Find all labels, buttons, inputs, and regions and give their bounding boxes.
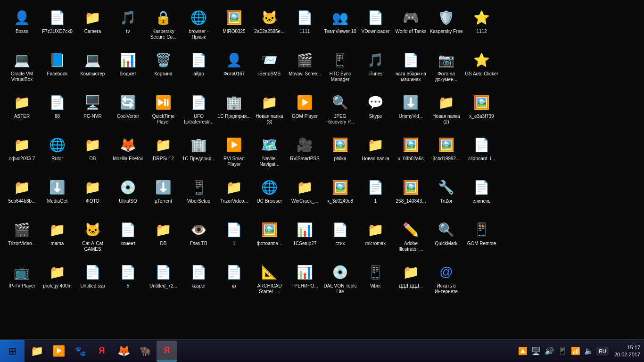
- desktop-icon-fotoappar[interactable]: 🖼️фотоаппа...: [252, 218, 287, 261]
- desktop-icon-cat-a-cat[interactable]: 🐱Cat-A-Cat GAMES: [75, 218, 110, 261]
- tray-speaker-icon[interactable]: 🔊: [544, 346, 555, 356]
- desktop-icon-pc-nvr[interactable]: 🖥️PC-NVR: [75, 91, 110, 133]
- desktop-icon-mediaget[interactable]: ⬇️MediaGet: [40, 176, 75, 218]
- desktop-icon-gom-remote[interactable]: 📱GOM Remote: [464, 218, 499, 261]
- desktop-icon-vdownloader[interactable]: 📄VDownloader: [358, 6, 393, 49]
- desktop-icon-tv[interactable]: 🎵tv: [110, 6, 146, 49]
- tray-viber-icon[interactable]: 📱: [557, 346, 568, 356]
- desktop-icon-elinyen[interactable]: 📄елинень: [464, 176, 499, 218]
- clock[interactable]: 15:17 20.02.2017: [611, 344, 640, 358]
- desktop-icon-untitled-ssp[interactable]: 📄Untitled.ssp: [75, 261, 110, 303]
- desktop-icon-adobe-ill[interactable]: ✏️Adobe Illustrator ...: [393, 218, 429, 261]
- desktop-icon-htc-sync[interactable]: 📱HTC Sync Manager: [322, 49, 358, 91]
- tray-volume-icon[interactable]: 🔈: [583, 346, 594, 356]
- desktop-icon-uc-browser[interactable]: 🌐UC Browser: [252, 176, 287, 218]
- desktop-icon-untitled72[interactable]: 📄Untitled_72...: [146, 261, 181, 303]
- desktop-icon-world-of-tanks[interactable]: 🎮World of Tanks: [393, 6, 429, 49]
- desktop-icon-iptv[interactable]: 📺IP-TV Player: [4, 261, 40, 303]
- desktop-icon-philka[interactable]: 🖼️philka: [322, 133, 358, 176]
- desktop-icon-budget[interactable]: 📊бюджет: [110, 49, 146, 91]
- desktop-icon-258_14084[interactable]: 🖼️258_140843...: [393, 176, 429, 218]
- desktop-icon-1c-pred2[interactable]: 🏢1С Предприя...: [216, 91, 252, 133]
- desktop-icon-quicktime[interactable]: ⏯️QuickTime Player: [146, 91, 181, 133]
- desktop-icon-kasper[interactable]: 📄kasper: [181, 261, 216, 303]
- desktop-icon-ummyvid[interactable]: ⬇️UmmyVid...: [393, 91, 429, 133]
- desktop-icon-coolverter[interactable]: 🔄CoolVerter: [110, 91, 146, 133]
- taskbar-yandex2[interactable]: Я: [157, 341, 177, 362]
- desktop-icon-viber[interactable]: 📱Viber: [358, 261, 393, 303]
- desktop-icon-88[interactable]: 📄88: [40, 91, 75, 133]
- desktop-icon-ip-doc[interactable]: 📄ip: [216, 261, 252, 303]
- desktop-icon-ddd[interactable]: 📁ДДД ДДД...: [393, 261, 429, 303]
- desktop-icon-gs-auto[interactable]: ⭐GS Auto Clicker: [464, 49, 499, 91]
- desktop-icon-foto-na-dok[interactable]: 📷Фото на докумен...: [429, 49, 464, 91]
- desktop-icon-skype[interactable]: 💬Skype: [358, 91, 393, 133]
- desktop-icon-gom-player[interactable]: ▶️GOM Player: [287, 91, 322, 133]
- taskbar-uc[interactable]: 🦬: [135, 341, 156, 362]
- desktop-icon-vibersetup[interactable]: 📱ViberSetup: [181, 176, 216, 218]
- desktop-icon-camera[interactable]: 📁Camera: [75, 6, 110, 49]
- desktop-icon-itunes[interactable]: 🎵iTunes: [358, 49, 393, 91]
- desktop-icon-archicad[interactable]: 📐ARCHICAD Starter -...: [252, 261, 287, 303]
- taskbar-explorer[interactable]: 📁: [26, 341, 47, 362]
- desktop-icon-trizor[interactable]: 🔧TriZor: [429, 176, 464, 218]
- tray-network-icon[interactable]: 🖥️: [530, 346, 542, 356]
- desktop-icon-trening[interactable]: 📊ТРЕНИРО...: [287, 261, 322, 303]
- desktop-icon-daemon[interactable]: 💿DAEMON Tools Lite: [322, 261, 358, 303]
- taskbar-yandex[interactable]: Я: [91, 341, 112, 362]
- desktop-icon-glaz-tb[interactable]: 👁️Глаз.ТВ: [181, 218, 216, 261]
- desktop-icon-utorrent[interactable]: ⬇️µTorrent: [146, 176, 181, 218]
- desktop-icon-f7z3[interactable]: 📄F7z3UXD7ck0: [40, 6, 75, 49]
- desktop-icon-novaya-papka[interactable]: 📁Новая папка: [358, 133, 393, 176]
- desktop-icon-rvi-smart[interactable]: ▶️RVi Smart Player: [216, 133, 252, 176]
- desktop-icon-aydo[interactable]: 📄айдо: [181, 49, 216, 91]
- desktop-icon-browser-yarl[interactable]: 🌐browser - Ярлык: [181, 6, 216, 49]
- desktop-icon-ufo[interactable]: 📄UFO Extraterrestr...: [181, 91, 216, 133]
- desktop-icon-klient[interactable]: 📄клиент: [110, 218, 146, 261]
- desktop-icon-novaya3[interactable]: 📁Новая папка (3): [252, 91, 287, 133]
- desktop-icon-db2[interactable]: 📁DB: [146, 218, 181, 261]
- desktop-icon-1111[interactable]: 📄1111: [287, 6, 322, 49]
- desktop-icon-aster[interactable]: 📁ASTER: [4, 91, 40, 133]
- taskbar-firefox[interactable]: 🦊: [113, 341, 134, 362]
- desktop-icon-iskat[interactable]: @Искать в Интернете: [429, 261, 464, 303]
- desktop-icon-foto0167[interactable]: 👤Фото0167: [216, 49, 252, 91]
- tray-notification[interactable]: 🔼: [517, 346, 528, 356]
- taskbar-gom[interactable]: 🐾: [70, 341, 91, 362]
- language-indicator[interactable]: RU: [596, 347, 609, 355]
- desktop-icon-stih[interactable]: 📄стих: [322, 218, 358, 261]
- desktop-icon-ultraiso[interactable]: 💿UltraISO: [110, 176, 146, 218]
- desktop-icon-korzina[interactable]: 🗑️Корзина: [146, 49, 181, 91]
- desktop-icon-1-doc[interactable]: 📄1: [216, 218, 252, 261]
- desktop-icon-nata[interactable]: 📄ната ебари на машинах: [393, 49, 429, 91]
- desktop-icon-8cbd1999[interactable]: 🖼️8cbd19992...: [429, 133, 464, 176]
- desktop-icon-drpsu12[interactable]: 📁DRPSu12: [146, 133, 181, 176]
- desktop-icon-wincrack[interactable]: 📁WinCrack_...: [287, 176, 322, 218]
- desktop-icon-x_08b02a6c[interactable]: 🖼️x_08b02a6c: [393, 133, 429, 176]
- desktop-icon-kaspersky-secure[interactable]: 🔒Kaspersky Secure Co...: [146, 6, 181, 49]
- desktop-icon-navitel[interactable]: 🗺️Navitel Navigat...: [252, 133, 287, 176]
- desktop-icon-5cb644[interactable]: 📁5cb644b3b...: [4, 176, 40, 218]
- desktop-icon-jpeg-recovery[interactable]: 🔍JPEG Recovery P...: [322, 91, 358, 133]
- desktop-icon-komputer[interactable]: 💻Компьютер: [75, 49, 110, 91]
- desktop-icon-mozilla[interactable]: 🦊Mozilla Firefox: [110, 133, 146, 176]
- desktop-icon-db[interactable]: 📁DB: [75, 133, 110, 176]
- tray-network2-icon[interactable]: 📶: [570, 346, 581, 356]
- desktop-icon-trizor-video[interactable]: 🎬TrizorVideo...: [4, 218, 40, 261]
- desktop-icon-isendsms[interactable]: 📨iSendSMS: [252, 49, 287, 91]
- desktop-icon-oracle-vm[interactable]: 💻Oracle VM VirtualBox: [4, 49, 40, 91]
- desktop-icon-foto[interactable]: 📁ФОТО: [75, 176, 110, 218]
- desktop-icon-quickmark[interactable]: 🔍QuickMark: [429, 218, 464, 261]
- desktop-icon-mama[interactable]: 📁mama: [40, 218, 75, 261]
- desktop-icon-facebook[interactable]: 📘Facebook: [40, 49, 75, 91]
- desktop-icon-teamviewer[interactable]: 👥TeamViewer 10: [322, 6, 358, 49]
- taskbar-wmplayer[interactable]: ▶️: [48, 341, 69, 362]
- desktop-icon-novaya-papka2[interactable]: 📁Новая папка (2): [429, 91, 464, 133]
- desktop-icon-miro0325[interactable]: 🖼️MIRO0325: [216, 6, 252, 49]
- desktop-icon-1112[interactable]: ⭐1112: [464, 6, 499, 49]
- desktop-icon-1-doc2[interactable]: 📄1: [358, 176, 393, 218]
- desktop-icon-movavi[interactable]: 🎬Movavi Scree...: [287, 49, 322, 91]
- desktop-icon-x_e3a3f739[interactable]: 🖼️x_e3a3f739: [464, 91, 499, 133]
- desktop-icon-micromax[interactable]: 📁micromax: [358, 218, 393, 261]
- desktop-icon-office2003[interactable]: 📁офис2003-7: [4, 133, 40, 176]
